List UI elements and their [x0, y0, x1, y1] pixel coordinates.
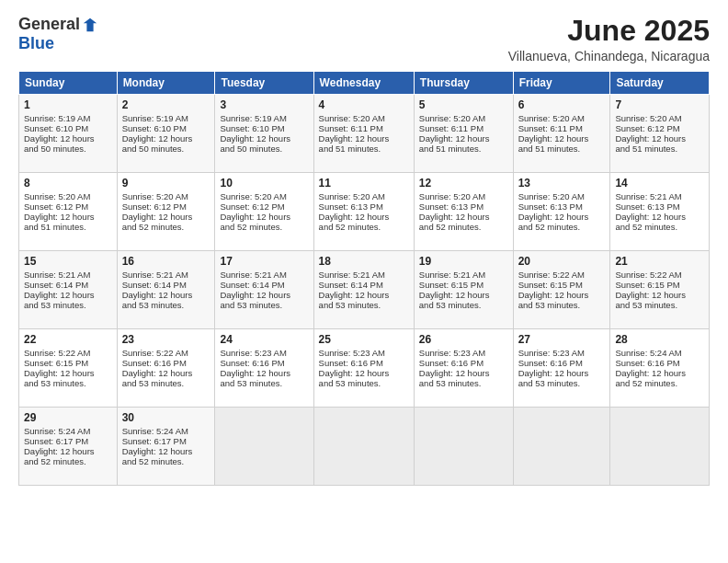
day-number: 5	[419, 98, 508, 111]
calendar-cell: 30Sunrise: 5:24 AMSunset: 6:17 PMDayligh…	[117, 408, 215, 486]
cell-line: Sunrise: 5:23 AM	[518, 348, 606, 358]
cell-line: Sunset: 6:16 PM	[220, 358, 308, 368]
cell-line: Sunrise: 5:24 AM	[24, 426, 112, 436]
calendar-cell	[513, 408, 610, 486]
day-number: 16	[122, 255, 210, 268]
cell-line: Daylight: 12 hours	[419, 290, 508, 300]
day-number: 7	[615, 98, 704, 111]
cell-line: and 51 minutes.	[419, 144, 508, 154]
cell-line: and 53 minutes.	[419, 378, 508, 388]
calendar-cell: 8Sunrise: 5:20 AMSunset: 6:12 PMDaylight…	[19, 173, 118, 251]
cell-line: Sunrise: 5:24 AM	[615, 348, 704, 358]
cell-line: and 53 minutes.	[518, 300, 606, 310]
cell-line: Sunset: 6:13 PM	[319, 201, 409, 212]
cell-line: and 51 minutes.	[24, 222, 112, 232]
cell-line: Sunrise: 5:22 AM	[24, 348, 112, 358]
calendar-cell: 21Sunrise: 5:22 AMSunset: 6:15 PMDayligh…	[610, 251, 710, 329]
day-number: 14	[615, 177, 704, 190]
calendar-header-friday: Friday	[513, 72, 610, 95]
cell-line: Sunrise: 5:19 AM	[220, 113, 308, 123]
logo-blue: Blue	[18, 34, 54, 53]
calendar-cell: 29Sunrise: 5:24 AMSunset: 6:17 PMDayligh…	[19, 408, 118, 486]
cell-line: Sunrise: 5:20 AM	[319, 113, 409, 123]
cell-line: and 53 minutes.	[319, 378, 409, 388]
day-number: 15	[24, 255, 112, 268]
calendar-cell: 18Sunrise: 5:21 AMSunset: 6:14 PMDayligh…	[313, 251, 414, 329]
cell-line: Sunset: 6:14 PM	[319, 280, 409, 290]
cell-line: Sunrise: 5:21 AM	[24, 270, 112, 280]
cell-line: Daylight: 12 hours	[220, 212, 308, 222]
day-number: 25	[319, 333, 409, 346]
cell-line: Sunset: 6:11 PM	[518, 123, 606, 133]
cell-line: Daylight: 12 hours	[122, 133, 210, 144]
cell-line: Sunrise: 5:21 AM	[319, 270, 409, 280]
cell-line: Sunrise: 5:21 AM	[419, 270, 508, 280]
cell-line: Daylight: 12 hours	[220, 290, 308, 300]
cell-line: Daylight: 12 hours	[518, 368, 606, 378]
cell-line: Sunrise: 5:22 AM	[518, 270, 606, 280]
calendar-cell: 20Sunrise: 5:22 AMSunset: 6:15 PMDayligh…	[513, 251, 610, 329]
cell-line: Daylight: 12 hours	[419, 368, 508, 378]
cell-line: and 50 minutes.	[220, 144, 308, 154]
calendar-cell: 26Sunrise: 5:23 AMSunset: 6:16 PMDayligh…	[414, 329, 513, 408]
cell-line: Sunrise: 5:19 AM	[24, 113, 112, 123]
cell-line: Sunset: 6:14 PM	[220, 280, 308, 290]
day-number: 13	[518, 177, 606, 190]
cell-line: and 53 minutes.	[220, 378, 308, 388]
calendar-cell	[414, 408, 513, 486]
cell-line: and 53 minutes.	[419, 300, 508, 310]
day-number: 2	[122, 98, 210, 111]
cell-line: Daylight: 12 hours	[518, 133, 606, 144]
cell-line: and 53 minutes.	[122, 300, 210, 310]
cell-line: Sunset: 6:10 PM	[122, 123, 210, 133]
calendar-cell: 23Sunrise: 5:22 AMSunset: 6:16 PMDayligh…	[117, 329, 215, 408]
cell-line: and 51 minutes.	[615, 144, 704, 154]
cell-line: Daylight: 12 hours	[319, 133, 409, 144]
calendar-cell: 9Sunrise: 5:20 AMSunset: 6:12 PMDaylight…	[117, 173, 215, 251]
cell-line: Sunset: 6:12 PM	[122, 201, 210, 212]
cell-line: Sunrise: 5:24 AM	[122, 426, 210, 436]
cell-line: Sunrise: 5:20 AM	[419, 191, 508, 201]
cell-line: and 53 minutes.	[24, 378, 112, 388]
cell-line: Sunrise: 5:20 AM	[615, 113, 704, 123]
month-title: June 2025	[508, 15, 710, 47]
calendar-cell: 19Sunrise: 5:21 AMSunset: 6:15 PMDayligh…	[414, 251, 513, 329]
cell-line: Daylight: 12 hours	[615, 212, 704, 222]
logo-flag-icon	[82, 17, 98, 33]
cell-line: Daylight: 12 hours	[220, 133, 308, 144]
calendar-cell: 10Sunrise: 5:20 AMSunset: 6:12 PMDayligh…	[215, 173, 313, 251]
cell-line: Sunrise: 5:21 AM	[122, 270, 210, 280]
calendar-header-saturday: Saturday	[610, 72, 710, 95]
cell-line: and 52 minutes.	[615, 378, 704, 388]
day-number: 28	[615, 333, 704, 346]
calendar-cell: 3Sunrise: 5:19 AMSunset: 6:10 PMDaylight…	[215, 95, 313, 173]
cell-line: Sunrise: 5:20 AM	[122, 191, 210, 201]
calendar-header-tuesday: Tuesday	[215, 72, 313, 95]
cell-line: Daylight: 12 hours	[24, 368, 112, 378]
cell-line: Daylight: 12 hours	[319, 290, 409, 300]
cell-line: Sunset: 6:11 PM	[419, 123, 508, 133]
day-number: 27	[518, 333, 606, 346]
cell-line: Daylight: 12 hours	[615, 290, 704, 300]
cell-line: and 52 minutes.	[319, 222, 409, 232]
day-number: 4	[319, 98, 409, 111]
calendar-cell	[215, 408, 313, 486]
cell-line: Daylight: 12 hours	[24, 290, 112, 300]
cell-line: Sunrise: 5:20 AM	[419, 113, 508, 123]
header-row: General Blue June 2025 Villanueva, China…	[18, 15, 710, 63]
title-block: June 2025 Villanueva, Chinandega, Nicara…	[508, 15, 710, 63]
cell-line: Sunset: 6:14 PM	[122, 280, 210, 290]
cell-line: and 52 minutes.	[122, 456, 210, 466]
cell-line: Sunset: 6:16 PM	[518, 358, 606, 368]
logo: General Blue	[18, 15, 98, 53]
cell-line: Daylight: 12 hours	[122, 290, 210, 300]
day-number: 21	[615, 255, 704, 268]
cell-line: Sunset: 6:16 PM	[122, 358, 210, 368]
calendar-cell: 28Sunrise: 5:24 AMSunset: 6:16 PMDayligh…	[610, 329, 710, 408]
day-number: 17	[220, 255, 308, 268]
cell-line: Sunset: 6:11 PM	[319, 123, 409, 133]
day-number: 9	[122, 177, 210, 190]
cell-line: and 52 minutes.	[24, 456, 112, 466]
cell-line: Sunrise: 5:20 AM	[518, 191, 606, 201]
cell-line: Daylight: 12 hours	[419, 133, 508, 144]
